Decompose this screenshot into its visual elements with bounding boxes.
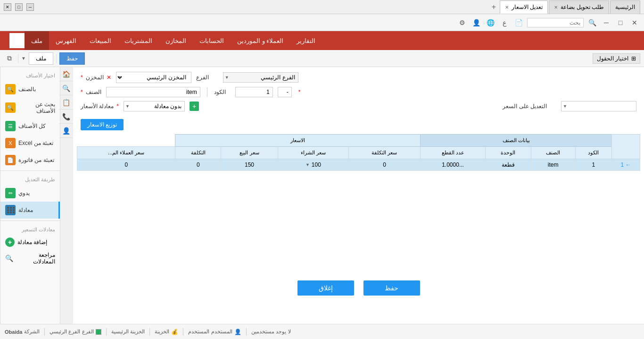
settings-icon[interactable]: ⚙ [456, 17, 468, 28]
menu-item-warehouses[interactable]: المخازن [159, 31, 193, 50]
user-status-label: المستخدم [211, 329, 232, 335]
minimize-btn[interactable]: ─ [26, 3, 34, 11]
maximize-btn[interactable]: □ [15, 3, 23, 11]
sidebar-item-manual[interactable]: يدوي ✏ [0, 185, 60, 202]
save-bottom-btn[interactable]: حفظ [363, 280, 420, 296]
lang-icon[interactable]: ع [499, 17, 510, 28]
warehouse-icon: ✕ [107, 74, 111, 81]
manual-label: يدوي [18, 190, 30, 196]
add-equation-row[interactable]: إضافة معادلة + [0, 235, 60, 250]
sidebar-item-invoice[interactable]: تعبئة من فاتورة 📄 [0, 152, 60, 169]
item-extra-input[interactable] [278, 87, 292, 97]
code-label: الكود [214, 89, 226, 95]
title-tabs: الرئيسية طلب تحويل بضاعة ✕ تعديل الاسعار… [34, 0, 640, 14]
sys-search-input[interactable] [527, 18, 584, 27]
th-row-actions [612, 135, 640, 159]
close-bottom-btn[interactable]: إغلاق [297, 280, 354, 296]
nav-list-btn[interactable]: 📋 [59, 95, 73, 110]
user-icon[interactable]: 👤 [471, 17, 482, 28]
status-bar: الشركة Obaida الفرع الفرع الرئيسي الخزين… [0, 324, 644, 339]
row-purchase-price[interactable]: 100 ▼ [278, 159, 348, 171]
adjust-price-input[interactable] [561, 101, 636, 111]
menu-item-purchases[interactable]: المشتريات [118, 31, 159, 50]
branch-status-label: الفرع [82, 329, 94, 335]
review-search-icon: 🔍 [5, 254, 13, 262]
sidebar-item-formula[interactable]: معادلة [0, 202, 60, 219]
branch-status: الفرع الفرع الرئيسي [50, 329, 101, 335]
by-item-icon: 🔍 [5, 84, 16, 94]
sys-toolbar: ✕ □ ─ 🔍 📄 ع 🌐 👤 ⚙ [0, 14, 644, 31]
row-cost: 0 [175, 159, 221, 171]
sidebar-item-search-categories[interactable]: بحث عن الأصناف 🔍 [0, 98, 60, 118]
item-input[interactable] [106, 87, 200, 97]
new-tab-btn[interactable]: + [489, 3, 499, 11]
branch-label: الفرع [196, 74, 209, 81]
translate-icon[interactable]: 🌐 [485, 17, 496, 28]
sidebar-search-label: بحث عن الأصناف [18, 101, 55, 114]
cash-icon-status: 💰 الخزينة [155, 329, 178, 335]
table-row[interactable]: ← 1 1 item قطعة ...1.0000 0 100 ▼ [77, 159, 640, 171]
sidebar-item-all-categories[interactable]: كل الأصناف ☰ [0, 118, 60, 135]
review-equations-row[interactable]: مراجعة المعادلات 🔍 [0, 250, 60, 267]
file-btn[interactable]: ملف [29, 52, 53, 65]
user-status: 👤 المستخدم المستخدم [188, 329, 241, 335]
row-item-name: item [531, 159, 575, 171]
menu-item-reports[interactable]: التقارير [290, 31, 322, 50]
purchase-dropdown-arrow[interactable]: ▼ [305, 162, 310, 167]
menu-item-catalog[interactable]: الفهرس [49, 31, 83, 50]
fields-chooser-label: اختيار الحقول [597, 55, 628, 62]
nav-user-btn[interactable]: 👤 [59, 124, 73, 138]
tab-home-label: الرئيسية [615, 4, 635, 10]
excel-icon: X [5, 138, 16, 148]
th-unit: الوحدة [485, 147, 531, 159]
sidebar-item-excel[interactable]: تعبئة من Excel X [0, 135, 60, 152]
main-cash-label: الخزينة الرئيسية [111, 329, 145, 335]
tab-transfer[interactable]: طلب تحويل بضاعة ✕ [549, 0, 609, 14]
code-input[interactable] [235, 87, 273, 97]
menu-item-file[interactable]: ملف [25, 31, 49, 50]
warehouse-select[interactable]: المخزن الرئيسي [116, 72, 191, 83]
search-sys-icon[interactable]: 🔍 [586, 17, 598, 28]
close-btn[interactable]: ✕ [4, 3, 11, 11]
menu-item-sales[interactable]: المبيعات [83, 31, 118, 50]
row-unit: قطعة [485, 159, 531, 171]
manual-icon: ✏ [5, 188, 16, 198]
invoice-label: تعبئة من فاتورة [18, 157, 54, 163]
tab-edit-price[interactable]: تعديل الاسعار ✕ [500, 0, 548, 14]
th-code: الكود [575, 147, 611, 159]
nav-phone-btn[interactable]: 📞 [59, 110, 73, 124]
th-customer-price: سعر العملاء الم... [77, 147, 175, 159]
doc-icon[interactable]: 📄 [513, 17, 524, 28]
tab-transfer-close[interactable]: ✕ [554, 5, 558, 10]
maximize-sys-icon[interactable]: □ [615, 17, 626, 28]
add-row-btn[interactable]: + [190, 102, 199, 111]
save-btn[interactable]: حفظ [59, 52, 85, 65]
formula-method-label: معادلة [18, 207, 33, 213]
sidebar-item-by-item[interactable]: بالصنف 🔍 [0, 81, 60, 98]
th-cut-count: عدد القطع [421, 147, 486, 159]
th-group-prices: الاسعار [175, 135, 421, 147]
tab-home[interactable]: الرئيسية [610, 0, 640, 14]
branch-checkbox [96, 329, 101, 335]
menu-item-accounts[interactable]: الحسابات [193, 31, 231, 50]
no-users-status: لا يوجد مستخدمين [251, 329, 290, 335]
close-sys-icon[interactable]: ✕ [629, 17, 640, 28]
fields-chooser-btn[interactable]: ⊞ اختيار الحقول [593, 53, 640, 64]
copy-icon[interactable]: ⧉ [4, 53, 15, 64]
minimize-sys-icon[interactable]: ─ [601, 17, 612, 28]
file-dropdown-arrow[interactable]: ▼ [21, 56, 26, 61]
nav-search-btn[interactable]: 🔍 [59, 81, 73, 95]
branch-status-value: الفرع الرئيسي [50, 329, 80, 335]
menu-item-customers[interactable]: العملاء و الموردين [231, 31, 290, 50]
company-status: الشركة Obaida [5, 329, 40, 335]
edit-method-title: طريقة التعديل [0, 173, 60, 185]
add-equation-icon[interactable]: + [5, 237, 15, 247]
pricing-equations-title: معادلات التسعير [0, 223, 60, 235]
warehouse-required: * [81, 74, 83, 81]
tab-edit-price-close[interactable]: ✕ [505, 5, 509, 10]
user-status-value: المستخدم [188, 329, 209, 335]
nav-home-btn[interactable]: 🏠 [59, 67, 73, 81]
title-bar: الرئيسية طلب تحويل بضاعة ✕ تعديل الاسعار… [0, 0, 644, 14]
distribute-btn[interactable]: توزيع الاسعار [81, 119, 124, 130]
no-formula-input[interactable] [124, 101, 185, 111]
